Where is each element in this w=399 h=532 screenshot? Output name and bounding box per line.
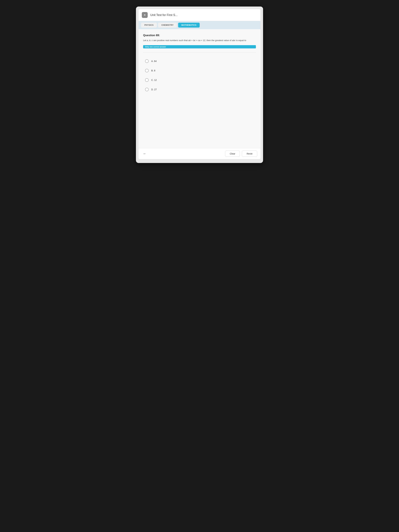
option-c-label: C. 12 xyxy=(151,79,157,81)
review-button[interactable]: Revie xyxy=(242,151,257,157)
header-title: Unit Test for First S... xyxy=(150,13,178,17)
question-number: Question 69: xyxy=(143,34,256,37)
close-icon: × xyxy=(144,13,146,16)
option-c[interactable]: C. 12 xyxy=(143,75,256,85)
tab-mathematics[interactable]: MATHEMATICS xyxy=(178,23,200,28)
option-b-label: B. 8 xyxy=(151,69,155,72)
radio-a[interactable] xyxy=(145,59,149,63)
tabs-bar: PHYSICS CHEMISTRY MATHEMATICS xyxy=(139,21,260,29)
app-container: × Unit Test for First S... PHYSICS CHEMI… xyxy=(139,9,260,159)
option-a-label: A. 64 xyxy=(151,60,157,63)
tab-chemistry[interactable]: CHEMISTRY xyxy=(158,23,177,28)
footer: ← Clear Revie xyxy=(139,148,260,159)
option-d[interactable]: D. 27 xyxy=(143,85,256,94)
radio-c[interactable] xyxy=(145,78,149,82)
radio-d[interactable] xyxy=(145,88,149,91)
tab-physics[interactable]: PHYSICS xyxy=(141,23,157,28)
question-content: Question 69: Let a, b, c are positive re… xyxy=(139,29,260,148)
radio-b[interactable] xyxy=(145,69,149,72)
question-text: Let a, b, c are positive real numbers su… xyxy=(143,39,256,42)
answer-badge: Only one correct answer xyxy=(143,45,256,48)
tablet-frame: × Unit Test for First S... PHYSICS CHEMI… xyxy=(136,6,263,163)
footer-actions: Clear Revie xyxy=(225,151,257,157)
back-button[interactable]: ← xyxy=(142,151,148,157)
options-list: A. 64 B. 8 C. 12 D. 27 xyxy=(143,56,256,94)
header: × Unit Test for First S... xyxy=(139,9,260,21)
close-button[interactable]: × xyxy=(142,12,148,18)
clear-button[interactable]: Clear xyxy=(225,151,240,157)
option-b[interactable]: B. 8 xyxy=(143,66,256,75)
option-d-label: D. 27 xyxy=(151,88,157,91)
back-arrow-icon: ← xyxy=(143,152,146,156)
option-a[interactable]: A. 64 xyxy=(143,56,256,66)
